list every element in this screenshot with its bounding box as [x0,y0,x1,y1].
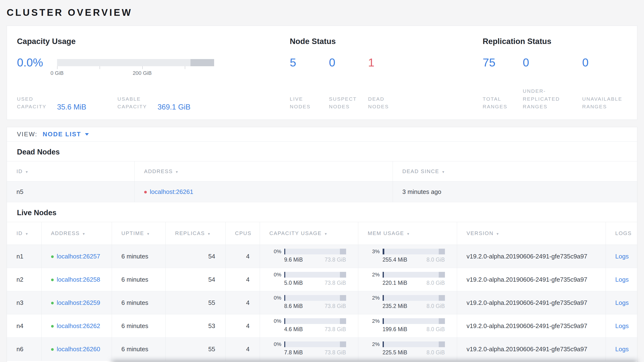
capacity-total-value: 73.8 GiB [325,280,346,286]
node-address-cell: localhost:26258 [41,268,112,291]
capacity-usage-cell: 0% 7.8 MiB73.8 GiB [260,338,358,361]
node-id-cell: n1 [7,245,41,268]
under-replicated-ranges-value: 0 [523,56,582,69]
col-header-uptime[interactable]: UPTIME▼ [112,222,166,245]
node-dead-icon [144,191,147,194]
dead-nodes-stat: 1 DEAD NODES [368,56,407,111]
sort-desc-icon: ▼ [82,232,86,236]
logs-cell: Logs [606,268,637,291]
logs-link[interactable]: Logs [615,322,629,329]
mem-bar-end-segment [439,272,445,278]
replicas-cell: 53 [166,314,225,338]
table-row: n2 localhost:26258 6 minutes 54 4 0% 5.0… [7,268,637,291]
node-id-cell: n4 [7,314,41,338]
mem-bar-end-segment [439,249,445,254]
col-header-address[interactable]: ADDRESS▼ [134,161,393,182]
col-header-mem-usage[interactable]: MEM USAGE▼ [358,222,457,245]
sort-desc-icon: ▼ [324,232,328,236]
used-capacity-label: USED CAPACITY [17,95,57,111]
mem-usage-cell: 2% 225.5 MiB8.0 GiB [358,338,457,361]
col-header-capacity-usage[interactable]: CAPACITY USAGE▼ [260,222,358,245]
mem-bar-end-segment [439,318,445,324]
view-selector[interactable]: NODE LIST [43,130,89,138]
capacity-gauge-reserved-segment [190,59,214,66]
mem-percent: 2% [366,295,380,301]
table-row: n5 localhost:26261 3 minutes ago [7,182,637,202]
mem-usage-cell: 3% 255.4 MiB8.0 GiB [358,245,457,268]
suspect-nodes-value: 0 [329,56,368,69]
mem-bar [383,318,445,324]
table-row: n4 localhost:26262 6 minutes 53 4 0% 4.6… [7,314,637,338]
mem-total-value: 8.0 GiB [426,257,445,263]
col-header-replicas[interactable]: REPLICAS▼ [166,222,225,245]
col-header-dead-since[interactable]: DEAD SINCE▼ [393,161,637,182]
node-address-link[interactable]: localhost:26257 [57,253,100,260]
sort-desc-icon: ▼ [442,170,445,174]
node-address-cell: localhost:26259 [41,291,112,314]
capacity-used-value: 9.6 MiB [284,257,303,263]
cpus-cell: 4 [225,245,260,268]
logs-cell: Logs [606,291,637,314]
sort-desc-icon: ▼ [406,232,410,236]
capacity-gauge: 0 GiB 200 GiB [57,59,214,66]
caret-down-icon [85,133,89,136]
mem-bar-fill [383,295,384,301]
mem-usage-cell: 2% 199.6 MiB8.0 GiB [358,314,457,338]
mem-percent: 2% [366,272,380,278]
mem-total-value: 8.0 GiB [426,326,445,333]
node-address-link[interactable]: localhost:26259 [57,299,100,306]
node-status-title: Node Status [290,37,483,46]
gauge-tick [185,66,185,69]
col-header-address[interactable]: ADDRESS▼ [41,222,112,245]
uptime-cell: 6 minutes [112,245,166,268]
cluster-summary-card: Capacity Usage 0.0% 0 GiB 200 GiB [7,26,637,120]
capacity-used-value: 8.6 MiB [284,303,303,309]
capacity-bar-end-segment [340,318,346,324]
version-cell: v19.2.0-alpha.20190606-2491-gfe735c9a97 [457,291,606,314]
node-address-cell: localhost:26261 [134,182,393,202]
node-address-cell: localhost:26257 [41,245,112,268]
mem-bar-fill [383,249,384,254]
suspect-nodes-stat: 0 SUSPECT NODES [329,56,368,111]
mem-bar-fill [383,341,384,347]
capacity-bar-end-segment [340,341,346,347]
mem-used-value: 235.2 MiB [383,303,408,309]
mem-percent: 2% [366,341,380,347]
replicas-cell: 55 [166,338,225,361]
col-header-version[interactable]: VERSION▼ [457,222,606,245]
version-cell: v19.2.0-alpha.20190606-2491-gfe735c9a97 [457,245,606,268]
col-header-id[interactable]: ID▼ [7,222,41,245]
dead-nodes-value: 1 [368,56,407,69]
node-address-link[interactable]: localhost:26262 [57,322,100,329]
col-header-logs: LOGS [606,222,637,245]
node-address-link[interactable]: localhost:26261 [150,188,193,195]
logs-link[interactable]: Logs [615,276,629,283]
version-cell: v19.2.0-alpha.20190606-2491-gfe735c9a97 [457,338,606,361]
capacity-bar-fill [284,272,285,278]
logs-link[interactable]: Logs [615,253,629,260]
node-address-link[interactable]: localhost:26258 [57,276,100,283]
capacity-bar-fill [284,318,285,324]
capacity-usage-section: Capacity Usage 0.0% 0 GiB 200 GiB [17,37,290,109]
col-header-id[interactable]: ID▼ [7,161,134,182]
capacity-bar-end-segment [340,295,346,301]
node-live-icon [51,325,54,327]
node-address-link[interactable]: localhost:26260 [57,345,100,353]
logs-cell: Logs [606,338,637,361]
logs-link[interactable]: Logs [615,345,629,353]
capacity-total-value: 73.8 GiB [325,326,346,333]
cpus-cell: 4 [225,314,260,338]
node-live-icon [51,255,54,258]
sort-desc-icon: ▼ [25,232,28,236]
live-nodes-stat: 5 LIVE NODES [290,56,329,111]
capacity-usage-cell: 0% 4.6 MiB73.8 GiB [260,314,358,338]
mem-bar [383,341,445,347]
logs-link[interactable]: Logs [615,299,629,306]
table-row: n1 localhost:26257 6 minutes 54 4 0% 9.6… [7,245,637,268]
uptime-cell: 6 minutes [112,268,166,291]
capacity-percent: 0% [267,295,282,301]
mem-percent: 2% [366,318,380,324]
capacity-total-value: 73.8 GiB [325,303,346,309]
version-cell: v19.2.0-alpha.20190606-2491-gfe735c9a97 [457,314,606,338]
live-nodes-table: ID▼ ADDRESS▼ UPTIME▼ REPLICAS▼ CPUS CAPA… [7,222,637,361]
